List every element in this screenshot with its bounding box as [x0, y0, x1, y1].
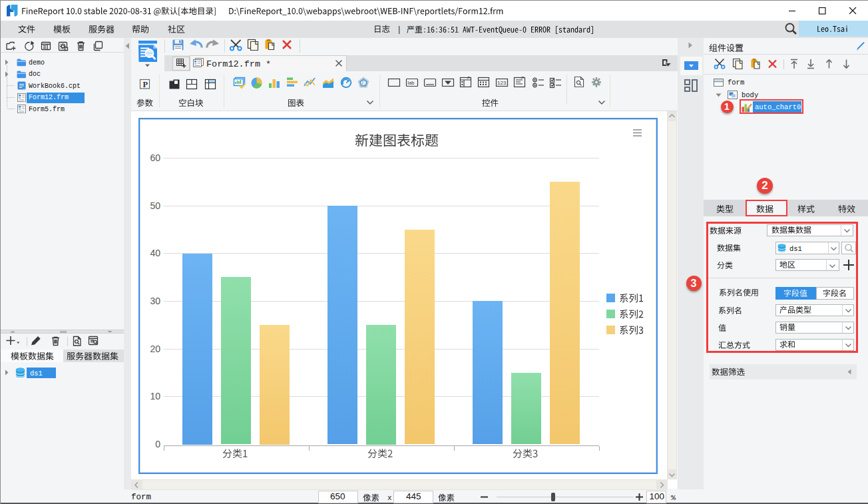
svg-text:lab: lab	[408, 80, 415, 86]
svg-text:123: 123	[497, 80, 507, 86]
